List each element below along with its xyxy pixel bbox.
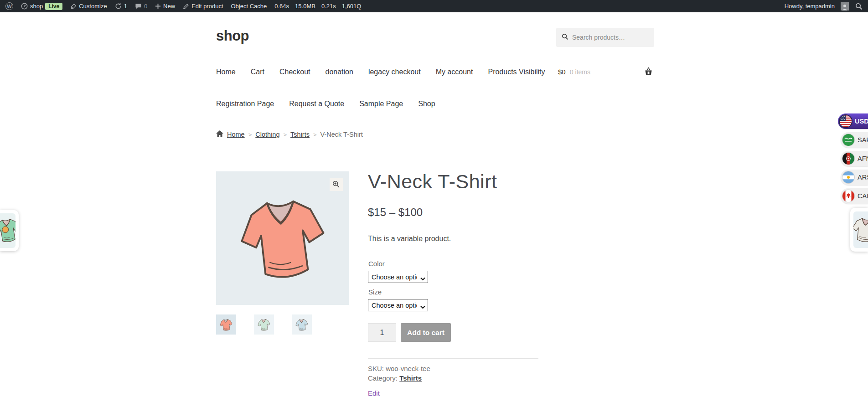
object-cache-menu[interactable]: Object Cache (231, 3, 267, 10)
product-description: This is a variable product. (368, 235, 451, 243)
blue-tee-thumb-image (294, 318, 309, 332)
color-select-wrap: Choose an option (368, 271, 428, 283)
search-input[interactable] (572, 34, 645, 41)
customize-label: Customize (79, 3, 107, 10)
update-icon (115, 3, 122, 10)
thumbnail-blue[interactable] (292, 314, 312, 335)
breadcrumb-clothing[interactable]: Clothing (255, 131, 279, 138)
comment-icon (135, 3, 142, 10)
category-label: Category: (368, 374, 398, 382)
secondary-nav: Registration Page Request a Quote Sample… (216, 100, 435, 108)
product-sku-line: SKU: woo-vneck-tee (368, 365, 430, 372)
comments-count: 0 (144, 3, 147, 10)
site-name-menu[interactable]: shop Live (21, 3, 62, 10)
perf-time2: 0.21s (321, 3, 336, 10)
breadcrumb-home[interactable]: Home (227, 131, 245, 138)
thumbnail-green[interactable] (254, 314, 274, 335)
currency-code: SAR (858, 136, 868, 144)
cart-total: $0 (558, 68, 566, 76)
currency-afn[interactable]: AFN (841, 151, 868, 166)
saudi-flag-icon (842, 134, 854, 146)
afghanistan-flag-icon (842, 153, 854, 165)
edit-product-menu[interactable]: Edit product (183, 3, 223, 10)
site-title[interactable]: shop (216, 28, 249, 44)
quantity-input[interactable] (368, 323, 396, 342)
color-select[interactable]: Choose an option (368, 271, 428, 283)
nav-cart[interactable]: Cart (251, 68, 264, 76)
nav-checkout[interactable]: Checkout (279, 68, 310, 76)
currency-code: ARS (858, 174, 868, 181)
edit-product-label: Edit product (191, 3, 223, 10)
color-label: Color (368, 260, 385, 268)
new-label: New (163, 3, 175, 10)
product-category-line: Category: Tshirts (368, 374, 422, 382)
updates-menu[interactable]: 1 (115, 3, 127, 10)
currency-ars[interactable]: ARS (841, 170, 868, 185)
breadcrumb-separator: > (283, 131, 287, 138)
us-flag-icon (840, 115, 852, 127)
object-cache-label: Object Cache (231, 3, 267, 10)
nav-products-visibility[interactable]: Products Visibility (488, 68, 545, 76)
currency-code: AFN (858, 155, 868, 162)
cart-items-count: 0 items (570, 68, 590, 76)
nav-registration-page[interactable]: Registration Page (216, 100, 274, 108)
nav-legacy-checkout[interactable]: legacy checkout (368, 68, 421, 76)
currency-code: CAD (858, 192, 868, 200)
plus-icon (155, 3, 161, 9)
howdy-label: Howdy, tempadmin (785, 3, 835, 10)
add-to-cart-button[interactable]: Add to cart (401, 323, 451, 342)
coral-tshirt-image (233, 191, 332, 285)
nav-sample-page[interactable]: Sample Page (359, 100, 403, 108)
nav-home[interactable]: Home (216, 68, 236, 76)
breadcrumb: Home > Clothing > Tshirts > V-Neck T-Shi… (216, 130, 363, 139)
perf-queries: 1,601Q (342, 3, 362, 10)
coral-tee-thumb-image (219, 318, 233, 332)
primary-nav: Home Cart Checkout donation legacy check… (216, 68, 545, 76)
product-search[interactable] (556, 28, 654, 47)
currency-code: USD (855, 118, 868, 125)
thumbnail-coral[interactable] (216, 314, 236, 335)
nav-shop[interactable]: Shop (418, 100, 435, 108)
currency-sar[interactable]: SAR (841, 132, 868, 148)
breadcrumb-tshirts[interactable]: Tshirts (290, 131, 310, 138)
gauge-icon (21, 3, 28, 10)
category-link[interactable]: Tshirts (399, 374, 422, 382)
breadcrumb-current: V-Neck T-Shirt (320, 131, 363, 138)
comments-menu[interactable]: 0 (135, 3, 147, 10)
perf-time: 0.64s (274, 3, 289, 10)
live-badge: Live (45, 3, 62, 10)
nav-request-a-quote[interactable]: Request a Quote (289, 100, 344, 108)
gallery-thumbnails (216, 314, 312, 335)
my-account-menu[interactable]: Howdy, tempadmin (785, 2, 849, 10)
adminbar-search-icon[interactable] (855, 3, 863, 10)
customize-menu[interactable]: Customize (70, 3, 107, 10)
previous-product-flyout[interactable] (0, 210, 19, 251)
size-label: Size (368, 288, 382, 296)
summary-divider (368, 358, 538, 359)
search-icon (562, 33, 568, 42)
perf-memory: 15.0MB (295, 3, 315, 10)
home-icon (216, 130, 223, 139)
next-product-flyout[interactable] (850, 208, 868, 252)
argentina-flag-icon (842, 171, 854, 183)
nav-donation[interactable]: donation (326, 68, 353, 76)
sku-value: woo-vneck-tee (386, 365, 430, 372)
edit-product-link[interactable]: Edit (368, 389, 380, 397)
site-header: shop Home Cart Checkout donation legacy … (0, 12, 868, 121)
currency-cad[interactable]: CAD (841, 188, 868, 204)
wordpress-logo-icon: W (5, 2, 13, 10)
product-title: V-Neck T-Shirt (368, 170, 497, 193)
admin-site-name: shop (30, 3, 43, 10)
currency-usd[interactable]: USD (838, 113, 868, 129)
product-main-image[interactable] (216, 171, 349, 305)
canada-flag-icon (842, 190, 854, 202)
product-price: $15 – $100 (368, 206, 423, 219)
green-tee-thumb-image (257, 318, 271, 332)
basket-icon[interactable] (644, 67, 653, 78)
cart-total-link[interactable]: $0 0 items (558, 68, 590, 76)
wp-logo-menu[interactable]: W (5, 2, 13, 10)
size-select[interactable]: Choose an option (368, 299, 428, 311)
new-content-menu[interactable]: New (155, 3, 175, 10)
nav-my-account[interactable]: My account (436, 68, 473, 76)
zoom-in-icon[interactable] (330, 178, 343, 191)
